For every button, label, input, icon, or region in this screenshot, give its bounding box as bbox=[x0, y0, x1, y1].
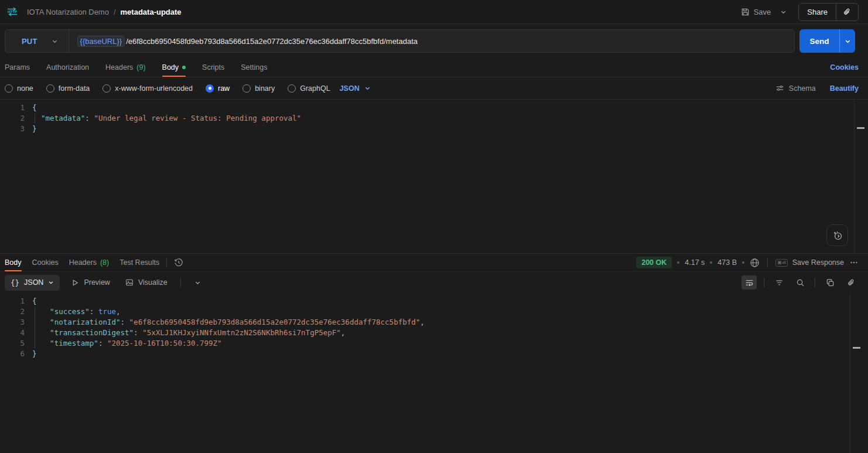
divider bbox=[767, 258, 768, 267]
response-tools-right bbox=[741, 275, 859, 289]
response-time[interactable]: 4.17 s bbox=[685, 258, 705, 267]
tab-params[interactable]: Params bbox=[5, 58, 30, 77]
more-options-button[interactable] bbox=[849, 258, 859, 267]
divider bbox=[764, 278, 764, 287]
response-size[interactable]: 473 B bbox=[717, 258, 737, 267]
line-number: 2 bbox=[0, 306, 25, 317]
line-number: 4 bbox=[0, 328, 25, 338]
line-number: 3 bbox=[0, 124, 25, 134]
request-editor-scrollbar[interactable] bbox=[854, 100, 868, 253]
indent-guide bbox=[35, 338, 35, 349]
code-line: 2 "metadata": "Under legal review - Stat… bbox=[0, 113, 868, 124]
response-code-lines: 1{2 "success": true,3 "notarizationId": … bbox=[0, 296, 868, 359]
response-editor-scrollbar[interactable] bbox=[850, 293, 868, 453]
schema-button[interactable]: Schema bbox=[775, 84, 816, 93]
method-select[interactable]: PUT bbox=[5, 30, 69, 52]
url-box: PUT {{baseURL}} /e6f8ccb6950458fd9eb793d… bbox=[5, 29, 795, 53]
link-button[interactable] bbox=[843, 275, 859, 289]
chevron-down-icon bbox=[364, 85, 371, 91]
response-tab-test-results[interactable]: Test Results bbox=[119, 254, 159, 271]
response-format-select[interactable]: {} JSON bbox=[5, 275, 60, 291]
tab-settings[interactable]: Settings bbox=[241, 58, 267, 77]
radio-icon bbox=[288, 84, 296, 93]
svg-text:HTTP: HTTP bbox=[8, 9, 17, 13]
tab-authorization[interactable]: Authorization bbox=[46, 58, 89, 77]
scrollbar-marker bbox=[853, 347, 860, 349]
radio-icon bbox=[242, 84, 251, 93]
body-type-x-www-form-urlencoded[interactable]: x-www-form-urlencoded bbox=[102, 84, 193, 93]
copy-link-button[interactable] bbox=[836, 4, 858, 21]
radio-icon bbox=[46, 84, 54, 93]
url-path-text: /e6f8ccb6950458fd9eb793d8a566d15a2e0772d… bbox=[126, 37, 418, 46]
body-type-raw[interactable]: raw bbox=[206, 84, 230, 93]
filter-lines-icon bbox=[775, 278, 784, 287]
ellipsis-icon bbox=[849, 258, 859, 267]
share-button[interactable]: Share bbox=[799, 4, 836, 21]
postbot-ai-button[interactable] bbox=[826, 224, 848, 246]
network-info-button[interactable] bbox=[750, 258, 760, 268]
divider bbox=[180, 278, 181, 287]
filter-button[interactable] bbox=[771, 275, 787, 289]
request-bar: PUT {{baseURL}} /e6f8ccb6950458fd9eb793d… bbox=[0, 24, 868, 58]
dot-separator bbox=[742, 261, 744, 264]
chevron-down-icon bbox=[52, 38, 58, 45]
request-body-editor[interactable]: 1{2 "metadata": "Under legal review - St… bbox=[0, 99, 868, 254]
scrollbar-marker bbox=[857, 127, 864, 129]
response-body-viewer[interactable]: 1{2 "success": true,3 "notarizationId": … bbox=[0, 293, 868, 453]
body-options-row: noneform-datax-www-form-urlencodedrawbin… bbox=[0, 77, 868, 99]
code-line: 5 "timestamp": "2025-10-16T10:50:30.799Z… bbox=[0, 338, 868, 349]
body-language-select[interactable]: JSON bbox=[340, 84, 371, 93]
tab-scripts[interactable]: Scripts bbox=[202, 58, 224, 77]
response-toolbar: {} JSON Preview Visualize bbox=[0, 272, 868, 293]
request-tabs-row: ParamsAuthorizationHeaders(9)BodyScripts… bbox=[0, 58, 868, 77]
send-options-chevron[interactable] bbox=[839, 29, 855, 53]
request-code-lines: 1{2 "metadata": "Under legal review - St… bbox=[0, 103, 868, 134]
line-number: 2 bbox=[0, 113, 25, 124]
cookies-link[interactable]: Cookies bbox=[830, 63, 859, 71]
visualize-button[interactable]: Visualize bbox=[122, 275, 171, 290]
more-views-chevron[interactable] bbox=[190, 275, 206, 289]
response-tab-headers[interactable]: Headers(8) bbox=[69, 254, 110, 271]
save-button[interactable]: Save bbox=[739, 4, 774, 20]
response-history-button[interactable] bbox=[174, 258, 183, 267]
body-type-radios: noneform-datax-www-form-urlencodedrawbin… bbox=[5, 84, 330, 93]
response-view-controls: {} JSON Preview Visualize bbox=[5, 275, 206, 291]
save-response-button[interactable]: ⌘⏎ Save Response bbox=[775, 258, 844, 267]
send-split-button: Send bbox=[799, 29, 855, 53]
beautify-link[interactable]: Beautify bbox=[830, 84, 859, 93]
radio-icon bbox=[102, 84, 111, 93]
line-number: 1 bbox=[0, 296, 25, 306]
copy-button[interactable] bbox=[822, 275, 838, 289]
body-type-form-data[interactable]: form-data bbox=[46, 84, 90, 93]
save-options-chevron[interactable] bbox=[777, 5, 790, 19]
indent-guide bbox=[35, 317, 35, 328]
count-badge: (8) bbox=[100, 258, 109, 267]
line-number: 1 bbox=[0, 103, 25, 113]
url-input[interactable]: {{baseURL}} /e6f8ccb6950458fd9eb793d8a56… bbox=[69, 36, 794, 47]
search-button[interactable] bbox=[792, 275, 808, 289]
tab-headers[interactable]: Headers(9) bbox=[105, 58, 146, 77]
code-line: 1{ bbox=[0, 296, 868, 306]
wrap-text-button[interactable] bbox=[741, 275, 757, 289]
body-type-binary[interactable]: binary bbox=[242, 84, 275, 93]
braces-icon: {} bbox=[11, 278, 19, 287]
response-tab-cookies[interactable]: Cookies bbox=[32, 254, 59, 271]
wrap-text-icon bbox=[745, 278, 754, 287]
send-button[interactable]: Send bbox=[799, 29, 839, 53]
breadcrumb-request-name: metadata-update bbox=[121, 8, 182, 16]
url-variable-chip[interactable]: {{baseURL}} bbox=[77, 36, 125, 47]
preview-button[interactable]: Preview bbox=[68, 275, 113, 290]
status-badge[interactable]: 200 OK bbox=[636, 257, 672, 268]
body-type-none[interactable]: none bbox=[5, 84, 33, 93]
app-header: HTTP IOTA Notarization Demo / metadata-u… bbox=[0, 0, 868, 24]
postbot-sparkle-icon bbox=[832, 230, 843, 241]
divider bbox=[166, 258, 167, 267]
copy-icon bbox=[826, 278, 835, 287]
breadcrumb-collection[interactable]: IOTA Notarization Demo bbox=[27, 8, 109, 16]
code-line: 2 "success": true, bbox=[0, 306, 868, 317]
tab-body[interactable]: Body bbox=[162, 58, 186, 77]
response-tab-body[interactable]: Body bbox=[5, 254, 22, 271]
body-type-graphql[interactable]: GraphQL bbox=[288, 84, 330, 93]
code-line: 1{ bbox=[0, 103, 868, 113]
divider bbox=[815, 278, 815, 287]
